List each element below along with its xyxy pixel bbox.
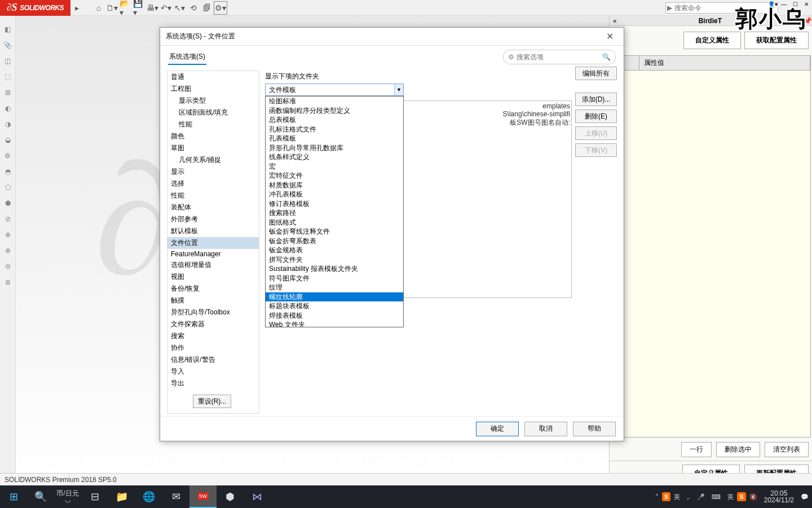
tree-item[interactable]: 显示	[167, 166, 259, 178]
dropdown-item[interactable]: 宏	[266, 162, 403, 172]
dialog-close-icon[interactable]: ✕	[602, 30, 618, 43]
currency-widget[interactable]: 币/日元◡	[54, 485, 81, 508]
tool-icon[interactable]: ⚙	[1, 149, 15, 163]
property-table[interactable]: 称 属性值	[611, 55, 811, 437]
tool-icon[interactable]: 📎	[1, 38, 15, 52]
tool-icon[interactable]: ⬚	[1, 70, 15, 84]
volume-icon[interactable]: 🔇	[746, 493, 761, 501]
cancel-button[interactable]: 取消	[524, 422, 567, 436]
dropdown-item[interactable]: 总表模板	[266, 115, 403, 125]
tree-item[interactable]: 性能	[167, 190, 259, 202]
delete-button[interactable]: 删除(E)	[575, 110, 617, 123]
dropdown-item[interactable]: 孔标注格式文件	[266, 125, 403, 134]
dropdown-item[interactable]: 孔表模板	[266, 134, 403, 143]
help-button[interactable]: 帮助	[573, 422, 616, 436]
dropdown-item[interactable]: 搜索路径	[266, 208, 403, 218]
expand-menu-icon[interactable]: ▸	[70, 1, 84, 15]
tool-icon[interactable]: ◒	[1, 133, 15, 147]
file-explorer-icon[interactable]: 📁	[108, 485, 135, 508]
dropdown-item[interactable]: 函数编制程序分段类型定义	[266, 106, 403, 116]
tool-icon[interactable]: ◐	[1, 102, 15, 115]
dropdown-item[interactable]: 修订表格模板	[266, 199, 403, 209]
tray-expand-icon[interactable]: ˄	[652, 493, 662, 501]
options-search[interactable]: ⚙ 🔍	[503, 50, 616, 64]
select-icon[interactable]: ↖▾	[173, 1, 187, 15]
tree-item[interactable]: 触摸	[167, 295, 259, 306]
undo-icon[interactable]: ↶▾	[160, 1, 173, 15]
reset-button[interactable]: 重设(R)...	[193, 395, 231, 408]
search-icon[interactable]: 🔍	[602, 53, 611, 61]
home-icon[interactable]: ⌂	[92, 1, 105, 15]
dropdown-item[interactable]: 异形孔向导常用孔数据库	[266, 143, 403, 153]
save-icon[interactable]: 💾▾	[133, 1, 146, 15]
folder-type-combo[interactable]: 文件模板 ▼ 绘图标准函数编制程序分段类型定义总表模板孔标注格式文件孔表模板异形…	[265, 84, 404, 96]
new-doc-icon[interactable]: 🗋▾	[105, 1, 119, 15]
tool-icon[interactable]: ⊗	[1, 228, 15, 242]
ime-icon2[interactable]: S	[737, 492, 745, 501]
options-search-input[interactable]	[517, 53, 602, 61]
tool-icon[interactable]: ⊖	[1, 260, 15, 273]
mail-icon[interactable]: ✉	[162, 485, 189, 508]
dropdown-item[interactable]: 符号图库文件	[266, 274, 403, 283]
tree-item[interactable]: 几何关系/捕捉	[167, 154, 259, 166]
tool-icon[interactable]: ◓	[1, 165, 15, 178]
ime-mic-icon[interactable]: 🎤	[694, 493, 708, 501]
start-button[interactable]: ⊞	[0, 485, 27, 508]
chevron-down-icon[interactable]: ▼	[394, 84, 403, 95]
tree-item[interactable]: 普通	[167, 71, 259, 83]
ime-lang[interactable]: 英	[670, 493, 683, 501]
tree-item[interactable]: FeatureManager	[167, 249, 259, 259]
ok-button[interactable]: 确定	[476, 422, 519, 436]
tree-item[interactable]: 默认模板	[167, 225, 259, 237]
edge-icon[interactable]: 🌐	[135, 485, 162, 508]
dropdown-item[interactable]: 冲孔表模板	[266, 190, 403, 199]
folder-type-dropdown[interactable]: 绘图标准函数编制程序分段类型定义总表模板孔标注格式文件孔表模板异形孔向导常用孔数…	[265, 96, 404, 327]
app-icon[interactable]: ⬢	[217, 485, 244, 508]
dropdown-item[interactable]: 焊接表模板	[266, 311, 403, 321]
tree-item[interactable]: 工程图	[167, 83, 259, 95]
options-icon[interactable]: 🗐	[200, 1, 214, 15]
tree-item[interactable]: 信息/错误/警告	[167, 354, 259, 366]
tool-icon[interactable]: ≣	[1, 275, 15, 289]
tree-item[interactable]: 显示类型	[167, 95, 259, 107]
dropdown-item[interactable]: 钣金折弯线注释文件	[266, 227, 403, 237]
tree-item[interactable]: 选值框增量值	[167, 259, 259, 271]
ime-punct-icon[interactable]: ,.	[683, 493, 694, 500]
system-options-tab[interactable]: 系统选项(S)	[168, 50, 206, 65]
add-button[interactable]: 添加(D)...	[575, 93, 617, 106]
tree-item[interactable]: 导入	[167, 366, 259, 378]
dropdown-item[interactable]: 拼写文件夹	[266, 255, 403, 265]
custom-props-button[interactable]: 自定义属性	[683, 32, 741, 49]
tree-item[interactable]: 性能	[167, 119, 259, 130]
tree-item[interactable]: 选择	[167, 178, 259, 190]
tool-icon[interactable]: ◫	[1, 54, 15, 68]
dropdown-item[interactable]: 标题块表模板	[266, 301, 403, 311]
dropdown-item[interactable]: 钣金折弯系数表	[266, 237, 403, 246]
settings-icon[interactable]: ⚙▾	[214, 1, 227, 15]
tree-item[interactable]: 协作	[167, 342, 259, 354]
move-down-button[interactable]: 下移(V)	[575, 143, 617, 157]
tool-icon[interactable]: ⊕	[1, 244, 15, 257]
dropdown-item[interactable]: 图纸格式	[266, 218, 403, 227]
dropdown-item[interactable]: 材质数据库	[266, 181, 403, 190]
tool-icon[interactable]: ⬢	[1, 196, 15, 210]
dropdown-item[interactable]: 宏特征文件	[266, 171, 403, 181]
dropdown-item[interactable]: 螺纹线轮廓	[266, 292, 403, 302]
task-view-icon[interactable]: ⊟	[81, 485, 108, 508]
tree-item[interactable]: 装配体	[167, 202, 259, 213]
dropdown-item[interactable]: 线条样式定义	[266, 152, 403, 162]
print-icon[interactable]: 🖶▾	[146, 1, 160, 15]
rebuild-icon[interactable]: ⟲	[187, 1, 200, 15]
tree-item[interactable]: 颜色	[167, 130, 259, 142]
tree-item[interactable]: 搜索	[167, 330, 259, 342]
tree-item[interactable]: 备份/恢复	[167, 283, 259, 295]
system-tray[interactable]: ˄ S 英 ,. 🎤 ⌨ 英 S 🔇 20:052024/11/2 💬	[652, 485, 812, 508]
move-up-button[interactable]: 上移(U)	[575, 126, 617, 140]
search-button[interactable]: 🔍	[27, 485, 54, 508]
tool-icon[interactable]: ◧	[1, 23, 15, 36]
dropdown-item[interactable]: 绘图标准	[266, 97, 403, 106]
ime-icon[interactable]: S	[662, 492, 670, 501]
add-row-button[interactable]: 一行	[681, 442, 712, 457]
dropdown-item[interactable]: 纹理	[266, 283, 403, 292]
solidworks-task-icon[interactable]: SW	[189, 485, 217, 508]
